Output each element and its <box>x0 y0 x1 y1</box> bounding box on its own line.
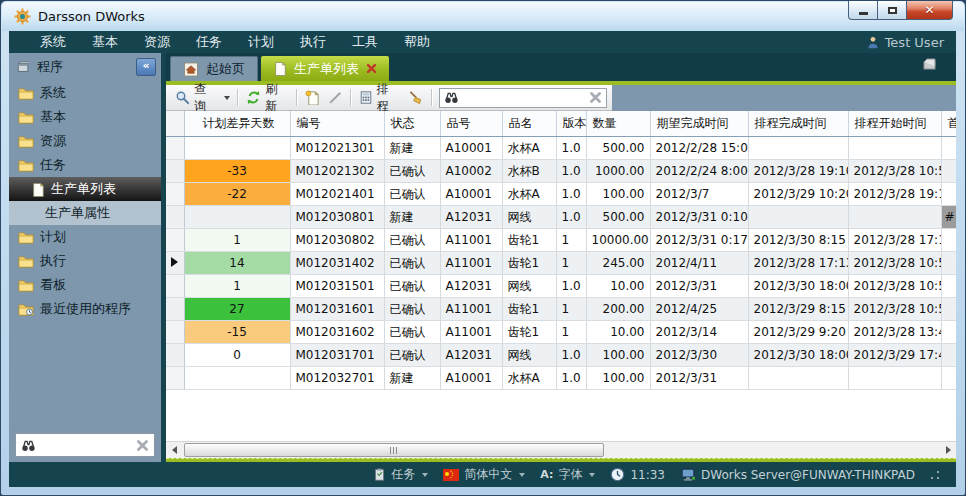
cell-sched-start[interactable]: 2012/3/28 10:52 <box>848 275 941 298</box>
cell-expected-finish[interactable]: 2012/3/7 <box>650 183 748 206</box>
cell-version[interactable]: 1 <box>556 252 586 275</box>
cell-item-no[interactable]: A10002 <box>440 160 502 183</box>
cell-plan-diff-days[interactable]: 1 <box>184 229 290 252</box>
new-button[interactable] <box>301 88 324 107</box>
row-selector[interactable] <box>166 321 184 344</box>
resize-grip[interactable] <box>930 470 940 480</box>
cell-sched-start[interactable]: 2012/3/28 10:52 <box>848 298 941 321</box>
cell-plan-diff-days[interactable]: -33 <box>184 160 290 183</box>
cell-plan-diff-days[interactable]: -22 <box>184 183 290 206</box>
cell-qty[interactable]: 100.00 <box>586 367 650 390</box>
edit-button[interactable] <box>324 88 347 107</box>
title-bar[interactable]: Darsson DWorks <box>2 2 964 31</box>
cell-order-no[interactable]: M012021401 <box>290 183 384 206</box>
minimize-button[interactable] <box>848 1 878 20</box>
grid-row-2[interactable]: -22 M012021401 已确认 A10001 水杯A 1.0 100.00… <box>166 183 956 206</box>
sidebar-item-6[interactable]: 计划 <box>9 225 161 249</box>
cell-sched-start[interactable]: 2012/3/29 17:46 <box>848 344 941 367</box>
cell-plan-diff-days[interactable] <box>184 367 290 390</box>
cell-plan-diff-days[interactable]: 0 <box>184 344 290 367</box>
row-selector[interactable] <box>166 229 184 252</box>
cell-expected-finish[interactable]: 2012/3/31 <box>650 275 748 298</box>
cell-status[interactable]: 已确认 <box>384 229 440 252</box>
column-header-0[interactable]: 计划差异天数 <box>184 111 290 137</box>
sidebar-item-8[interactable]: 看板 <box>9 273 161 297</box>
cell-order-no[interactable]: M012031602 <box>290 321 384 344</box>
cell-version[interactable]: 1.0 <box>556 367 586 390</box>
cell-qty[interactable]: 500.00 <box>586 137 650 160</box>
cell-qty[interactable]: 100.00 <box>586 344 650 367</box>
cell-flag[interactable] <box>941 344 956 367</box>
close-tab-icon[interactable] <box>366 63 377 74</box>
close-button[interactable]: ✕ <box>907 1 953 20</box>
cell-plan-diff-days[interactable]: -15 <box>184 321 290 344</box>
cell-order-no[interactable]: M012032701 <box>290 367 384 390</box>
scrollbar-thumb[interactable] <box>184 443 604 457</box>
column-header-8[interactable]: 排程完成时间 <box>748 111 848 137</box>
cell-qty[interactable]: 10.00 <box>586 321 650 344</box>
row-selector[interactable] <box>166 298 184 321</box>
cell-flag[interactable] <box>941 229 956 252</box>
menu-item-3[interactable]: 任务 <box>183 31 235 53</box>
cell-item-name[interactable]: 网线 <box>502 275 556 298</box>
cell-item-name[interactable]: 水杯B <box>502 160 556 183</box>
cell-sched-start[interactable] <box>848 137 941 160</box>
cell-sched-start[interactable] <box>848 367 941 390</box>
user-badge[interactable]: Test User <box>866 35 944 50</box>
grid-row-4[interactable]: 1 M012030802 已确认 A11001 齿轮1 1 10000.00 2… <box>166 229 956 252</box>
cell-sched-finish[interactable]: 2012/3/29 10:20 <box>748 183 848 206</box>
grid-row-5[interactable]: 14 M012031402 已确认 A11001 齿轮1 1 245.00 20… <box>166 252 956 275</box>
cell-sched-start[interactable]: 2012/3/28 17:13 <box>848 229 941 252</box>
column-header-9[interactable]: 排程开始时间 <box>848 111 941 137</box>
cell-status[interactable]: 新建 <box>384 206 440 229</box>
menu-item-5[interactable]: 执行 <box>287 31 339 53</box>
menu-item-1[interactable]: 基本 <box>79 31 131 53</box>
cell-sched-start[interactable]: 2012/3/28 19:10 <box>848 183 941 206</box>
task-dropdown[interactable]: 任务 <box>373 466 428 483</box>
cell-order-no[interactable]: M012030802 <box>290 229 384 252</box>
scroll-left-button[interactable] <box>166 442 182 457</box>
cell-item-no[interactable]: A10001 <box>440 367 502 390</box>
cell-sched-finish[interactable]: 2012/3/30 8:15 <box>748 229 848 252</box>
cell-item-name[interactable]: 齿轮1 <box>502 229 556 252</box>
cell-status[interactable]: 已确认 <box>384 160 440 183</box>
cell-expected-finish[interactable]: 2012/3/31 0:17 <box>650 229 748 252</box>
cell-expected-finish[interactable]: 2012/4/11 <box>650 252 748 275</box>
cell-sched-finish[interactable] <box>748 137 848 160</box>
cell-order-no[interactable]: M012030801 <box>290 206 384 229</box>
cell-item-no[interactable]: A10001 <box>440 137 502 160</box>
cell-item-no[interactable]: A10001 <box>440 183 502 206</box>
grid-row-3[interactable]: M012030801 新建 A12031 网线 1.0 500.00 2012/… <box>166 206 956 229</box>
row-selector[interactable] <box>166 160 184 183</box>
tab-1[interactable]: 生产单列表 <box>261 56 389 81</box>
column-header-4[interactable]: 品名 <box>502 111 556 137</box>
cell-order-no[interactable]: M012031701 <box>290 344 384 367</box>
cell-expected-finish[interactable]: 2012/3/14 <box>650 321 748 344</box>
toolbar-search-input[interactable] <box>463 90 585 106</box>
sidebar-item-2[interactable]: 资源 <box>9 129 161 153</box>
cell-status[interactable]: 新建 <box>384 367 440 390</box>
cell-flag[interactable] <box>941 367 956 390</box>
cell-item-no[interactable]: A12031 <box>440 344 502 367</box>
cell-qty[interactable]: 200.00 <box>586 298 650 321</box>
cell-version[interactable]: 1.0 <box>556 160 586 183</box>
cell-flag[interactable] <box>941 321 956 344</box>
cell-item-no[interactable]: A12031 <box>440 275 502 298</box>
cell-item-name[interactable]: 水杯A <box>502 137 556 160</box>
cell-version[interactable]: 1 <box>556 298 586 321</box>
cell-expected-finish[interactable]: 2012/4/25 <box>650 298 748 321</box>
sidebar-item-9[interactable]: 最近使用的程序 <box>9 297 161 321</box>
collapse-sidebar-button[interactable]: « <box>136 58 156 76</box>
cell-sched-start[interactable]: 2012/3/28 13:40 <box>848 321 941 344</box>
sidebar-search-input[interactable] <box>40 437 132 453</box>
cell-item-no[interactable]: A11001 <box>440 321 502 344</box>
column-header-7[interactable]: 期望完成时间 <box>650 111 748 137</box>
cell-item-no[interactable]: A11001 <box>440 252 502 275</box>
cell-qty[interactable]: 10.00 <box>586 275 650 298</box>
menu-item-7[interactable]: 帮助 <box>391 31 443 53</box>
cell-flag[interactable] <box>941 183 956 206</box>
row-selector[interactable] <box>166 252 184 275</box>
cell-flag[interactable]: # <box>941 206 956 229</box>
sidebar-item-4[interactable]: 生产单列表 <box>9 177 161 201</box>
grid-row-1[interactable]: -33 M012021302 已确认 A10002 水杯B 1.0 1000.0… <box>166 160 956 183</box>
